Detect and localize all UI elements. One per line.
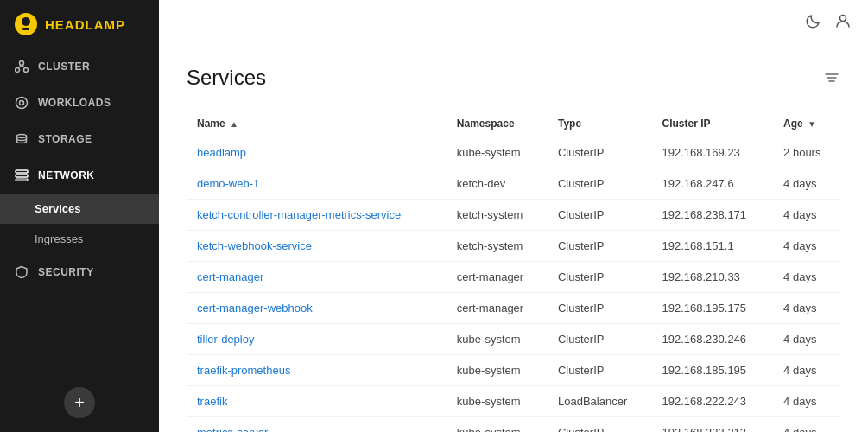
sidebar-item-storage-label: STORAGE	[38, 133, 92, 145]
service-link[interactable]: cert-manager	[197, 270, 263, 283]
column-age[interactable]: Age ▼	[773, 111, 840, 137]
sidebar-sub-item-ingresses-label: Ingresses	[35, 232, 83, 245]
svg-point-3	[20, 61, 24, 66]
cell-age: 4 days	[773, 168, 840, 200]
add-button[interactable]: +	[64, 387, 95, 418]
cell-namespace: cert-manager	[447, 293, 548, 324]
svg-line-6	[18, 66, 22, 68]
sidebar-sub-item-services[interactable]: Services	[0, 194, 159, 224]
sidebar: HEADLAMP CLUSTER	[0, 0, 159, 432]
cell-cluster-ip: 192.168.247.6	[651, 168, 773, 200]
page-header: Services	[187, 66, 840, 90]
svg-point-8	[16, 98, 28, 109]
sidebar-item-workloads[interactable]: WORKLOADS	[0, 85, 159, 121]
sidebar-item-network[interactable]: NETWORK	[0, 157, 159, 194]
sidebar-item-cluster-label: CLUSTER	[38, 60, 90, 73]
sidebar-sub-item-ingresses[interactable]: Ingresses	[0, 224, 159, 254]
cell-name: ketch-controller-manager-metrics-service	[187, 200, 447, 231]
cell-namespace: kube-system	[447, 417, 548, 433]
cell-age: 4 days	[773, 417, 840, 433]
table-row: tiller-deploykube-systemClusterIP192.168…	[187, 324, 840, 355]
service-link[interactable]: traefik	[197, 395, 227, 408]
svg-point-4	[16, 68, 20, 73]
cell-age: 4 days	[773, 355, 840, 386]
cell-age: 4 days	[773, 386, 840, 417]
services-table: Name ▲ Namespace Type Cluster IP Age ▼	[187, 111, 840, 432]
filter-icon[interactable]	[823, 69, 840, 86]
column-namespace: Namespace	[447, 111, 548, 137]
cell-name: tiller-deploy	[187, 324, 447, 355]
table-row: cert-managercert-managerClusterIP192.168…	[187, 262, 840, 293]
svg-rect-12	[16, 175, 28, 177]
cell-cluster-ip: 192.168.230.246	[651, 324, 773, 355]
sidebar-nav: CLUSTER WORKLOADS STORAGE	[0, 48, 159, 290]
table-row: headlampkube-systemClusterIP192.168.169.…	[187, 137, 840, 168]
svg-rect-13	[16, 179, 28, 181]
theme-toggle-icon[interactable]	[806, 13, 821, 29]
svg-rect-11	[16, 170, 28, 173]
logo: HEADLAMP	[0, 0, 159, 48]
sidebar-item-security-label: SECURITY	[38, 266, 94, 278]
cell-cluster-ip: 192.168.195.175	[651, 293, 773, 324]
service-link[interactable]: ketch-controller-manager-metrics-service	[197, 208, 401, 221]
service-link[interactable]: metrics-server	[197, 426, 268, 432]
cell-name: ketch-webhook-service	[187, 231, 447, 262]
service-link[interactable]: tiller-deploy	[197, 333, 254, 346]
cell-cluster-ip: 192.168.151.1	[651, 231, 773, 262]
cell-cluster-ip: 192.168.185.195	[651, 355, 773, 386]
service-link[interactable]: demo-web-1	[197, 177, 259, 190]
cell-namespace: ketch-system	[447, 231, 548, 262]
cell-age: 4 days	[773, 324, 840, 355]
cell-namespace: kube-system	[447, 324, 548, 355]
sidebar-item-security[interactable]: SECURITY	[0, 254, 159, 290]
cell-name: headlamp	[187, 137, 447, 168]
cell-name: metrics-server	[187, 417, 447, 433]
cell-type: LoadBalancer	[548, 386, 652, 417]
service-link[interactable]: cert-manager-webhook	[197, 302, 313, 314]
service-link[interactable]: headlamp	[197, 146, 246, 159]
table-row: ketch-controller-manager-metrics-service…	[187, 200, 840, 231]
cell-name: demo-web-1	[187, 168, 447, 200]
cell-type: ClusterIP	[548, 417, 652, 433]
cell-type: ClusterIP	[548, 200, 652, 231]
table-row: ketch-webhook-serviceketch-systemCluster…	[187, 231, 840, 262]
table-row: metrics-serverkube-systemClusterIP192.16…	[187, 417, 840, 433]
svg-point-5	[24, 68, 29, 73]
table-header: Name ▲ Namespace Type Cluster IP Age ▼	[187, 111, 840, 137]
workloads-icon	[14, 95, 29, 111]
cell-age: 4 days	[773, 262, 840, 293]
svg-rect-2	[22, 28, 29, 30]
cell-age: 4 days	[773, 231, 840, 262]
sidebar-item-storage[interactable]: STORAGE	[0, 121, 159, 157]
cell-type: ClusterIP	[548, 137, 652, 168]
storage-icon	[14, 131, 29, 147]
cell-type: ClusterIP	[548, 355, 652, 386]
table-body: headlampkube-systemClusterIP192.168.169.…	[187, 137, 840, 433]
table-row: cert-manager-webhookcert-managerClusterI…	[187, 293, 840, 324]
main-content: Services Name ▲ Namespace	[159, 0, 868, 432]
column-cluster-ip: Cluster IP	[651, 111, 773, 137]
service-link[interactable]: traefik-prometheus	[197, 364, 290, 377]
sidebar-item-cluster[interactable]: CLUSTER	[0, 48, 159, 85]
svg-line-7	[22, 66, 26, 68]
column-name[interactable]: Name ▲	[187, 111, 447, 137]
sidebar-item-network-label: NETWORK	[38, 169, 95, 181]
topbar	[159, 0, 868, 41]
cell-namespace: ketch-dev	[447, 168, 548, 200]
cell-type: ClusterIP	[548, 168, 652, 200]
name-sort-indicator: ▲	[230, 119, 238, 129]
page-content: Services Name ▲ Namespace	[159, 41, 868, 432]
cell-name: traefik	[187, 386, 447, 417]
sidebar-sub-item-services-label: Services	[35, 202, 81, 215]
cell-name: cert-manager	[187, 262, 447, 293]
logo-text: HEADLAMP	[45, 17, 125, 32]
cell-type: ClusterIP	[548, 262, 652, 293]
user-icon[interactable]	[835, 13, 851, 29]
table-row: traefik-prometheuskube-systemClusterIP19…	[187, 355, 840, 386]
service-link[interactable]: ketch-webhook-service	[197, 239, 312, 252]
cell-age: 2 hours	[773, 137, 840, 168]
sidebar-bottom: +	[0, 373, 159, 432]
svg-point-9	[20, 101, 24, 105]
cell-type: ClusterIP	[548, 324, 652, 355]
cell-namespace: kube-system	[447, 355, 548, 386]
